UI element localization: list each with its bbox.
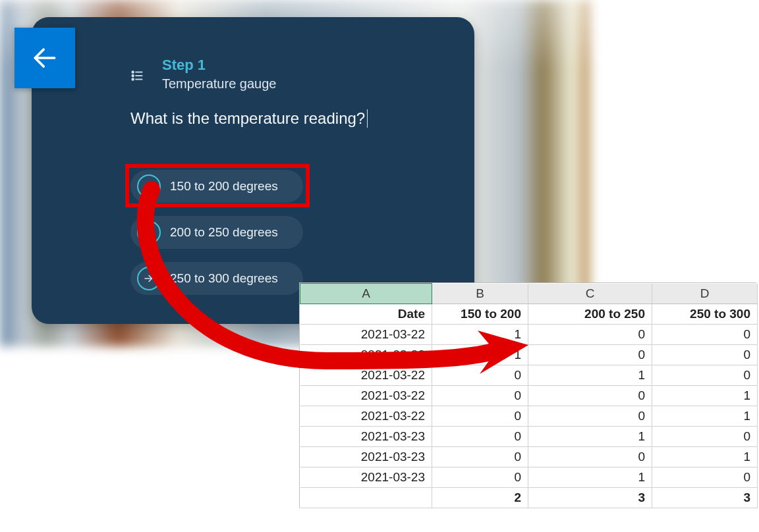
- cell[interactable]: 1: [432, 345, 528, 365]
- cell[interactable]: [300, 488, 432, 508]
- arrow-right-icon: [137, 174, 161, 198]
- cell[interactable]: 2021-03-22: [300, 406, 432, 427]
- table-row[interactable]: 2021-03-23001: [300, 447, 758, 467]
- option-label: 250 to 300 degrees: [170, 271, 278, 286]
- table-row[interactable]: 2021-03-23010: [300, 467, 758, 488]
- cell[interactable]: 0: [652, 427, 758, 447]
- cell[interactable]: 2021-03-22: [300, 386, 432, 406]
- col-header-c[interactable]: C: [528, 284, 652, 304]
- option-150-200[interactable]: 150 to 200 degrees: [130, 170, 303, 203]
- column-letter-row: A B C D: [300, 284, 758, 304]
- svg-point-3: [132, 71, 134, 73]
- table-row[interactable]: 2021-03-23010: [300, 427, 758, 447]
- guide-card: Step 1 Temperature gauge What is the tem…: [32, 17, 474, 324]
- option-200-250[interactable]: 200 to 250 degrees: [130, 216, 303, 249]
- table-row[interactable]: 2021-03-22001: [300, 386, 758, 406]
- table-row[interactable]: 2021-03-22001: [300, 406, 758, 427]
- cell[interactable]: 1: [528, 365, 652, 386]
- cell[interactable]: 0: [652, 345, 758, 365]
- arrow-left-icon: [30, 43, 59, 72]
- cell[interactable]: 2021-03-22: [300, 345, 432, 365]
- cell[interactable]: 2021-03-23: [300, 447, 432, 467]
- cell[interactable]: 0: [652, 325, 758, 345]
- cell[interactable]: 3: [652, 488, 758, 508]
- arrow-right-icon: [137, 267, 161, 290]
- cell[interactable]: 2021-03-22: [300, 325, 432, 345]
- col-header-a[interactable]: A: [300, 284, 432, 304]
- cell[interactable]: 1: [652, 447, 758, 467]
- cell[interactable]: 0: [432, 467, 528, 488]
- back-button[interactable]: [14, 28, 75, 88]
- cell[interactable]: 0: [528, 386, 652, 406]
- cell[interactable]: 0: [432, 386, 528, 406]
- cell[interactable]: 150 to 200: [432, 304, 528, 325]
- cell[interactable]: Date: [300, 304, 432, 325]
- option-label: 200 to 250 degrees: [170, 225, 278, 240]
- outline-list-icon[interactable]: [130, 68, 145, 86]
- header-row[interactable]: Date 150 to 200 200 to 250 250 to 300: [300, 304, 758, 325]
- cell[interactable]: 1: [652, 386, 758, 406]
- cell[interactable]: 0: [432, 447, 528, 467]
- arrow-right-icon: [137, 221, 161, 244]
- spreadsheet[interactable]: A B C D Date 150 to 200 200 to 250 250 t…: [299, 282, 756, 508]
- step-title: Step 1: [162, 57, 206, 74]
- step-subtitle: Temperature gauge: [162, 76, 276, 92]
- cell[interactable]: 2021-03-22: [300, 365, 432, 386]
- cell[interactable]: 3: [528, 488, 652, 508]
- totals-row[interactable]: 233: [300, 488, 758, 508]
- cell[interactable]: 0: [432, 365, 528, 386]
- cell[interactable]: 2: [432, 488, 528, 508]
- option-label: 150 to 200 degrees: [170, 179, 278, 194]
- table-row[interactable]: 2021-03-22100: [300, 345, 758, 365]
- table-row[interactable]: 2021-03-22100: [300, 325, 758, 345]
- col-header-d[interactable]: D: [652, 284, 758, 304]
- cell[interactable]: 0: [432, 427, 528, 447]
- cell[interactable]: 1: [528, 427, 652, 447]
- table-row[interactable]: 2021-03-22010: [300, 365, 758, 386]
- option-250-300[interactable]: 250 to 300 degrees: [130, 262, 303, 295]
- svg-point-5: [132, 78, 134, 80]
- cell[interactable]: 250 to 300: [652, 304, 758, 325]
- cell[interactable]: 0: [652, 365, 758, 386]
- cell[interactable]: 200 to 250: [528, 304, 652, 325]
- question-text[interactable]: What is the temperature reading?: [130, 109, 368, 128]
- cell[interactable]: 0: [528, 325, 652, 345]
- cell[interactable]: 1: [652, 406, 758, 427]
- col-header-b[interactable]: B: [432, 284, 528, 304]
- cell[interactable]: 1: [528, 467, 652, 488]
- cell[interactable]: 1: [432, 325, 528, 345]
- option-list: 150 to 200 degrees 200 to 250 degrees 25…: [130, 170, 303, 295]
- svg-point-4: [132, 75, 134, 77]
- cell[interactable]: 2021-03-23: [300, 467, 432, 488]
- cell[interactable]: 2021-03-23: [300, 427, 432, 447]
- cell[interactable]: 0: [432, 406, 528, 427]
- cell[interactable]: 0: [528, 345, 652, 365]
- cell[interactable]: 0: [528, 447, 652, 467]
- cell[interactable]: 0: [528, 406, 652, 427]
- cell[interactable]: 0: [652, 467, 758, 488]
